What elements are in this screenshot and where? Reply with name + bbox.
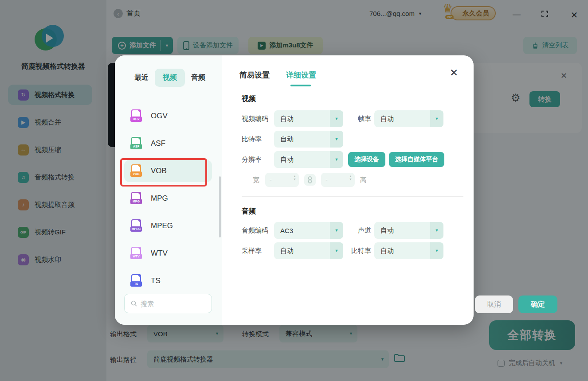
chevron-down-icon: ▼	[435, 249, 439, 253]
tab-simple-settings[interactable]: 简易设置	[239, 70, 270, 80]
format-item-ogv[interactable]: OGV OGV	[124, 105, 212, 127]
ogv-file-icon: OGV	[130, 109, 142, 123]
format-panel: 最近 视频 音频 OGV OGV ASF ASF VOB VOB MPG	[115, 55, 222, 325]
samplerate-label: 采样率	[242, 247, 262, 255]
framerate-dropdown[interactable]: 自动 ▼	[374, 110, 443, 127]
chevron-down-icon: ▼	[335, 137, 339, 141]
video-codec-dropdown[interactable]: 自动 ▼	[274, 110, 343, 127]
vob-file-icon: VOB	[130, 164, 142, 178]
cancel-button[interactable]: 取消	[475, 295, 513, 313]
format-list-scrollbar[interactable]	[219, 176, 221, 237]
audio-bitrate-dropdown[interactable]: 自动 ▼	[374, 242, 443, 259]
samplerate-value: 自动	[274, 247, 294, 255]
tab-recent[interactable]: 最近	[128, 69, 155, 87]
video-codec-value: 自动	[274, 115, 294, 123]
stepper-up-icon: ▲	[293, 175, 296, 178]
tab-detail-settings[interactable]: 详细设置	[286, 70, 316, 80]
stepper-down-icon: ▼	[293, 178, 296, 181]
video-codec-label: 视频编码	[242, 115, 268, 123]
video-bitrate-dropdown[interactable]: 自动 ▼	[274, 131, 343, 148]
channels-label: 声道	[358, 226, 371, 235]
settings-panel: 简易设置 详细设置 ✕ 视频 视频编码 自动 ▼ 帧率 自动 ▼ 比特率 自动 …	[222, 55, 474, 325]
resolution-label: 分辨率	[242, 156, 262, 164]
audio-codec-value: AC3	[274, 227, 293, 234]
audio-codec-label: 音频编码	[242, 226, 268, 235]
format-item-ts[interactable]: TS TS	[124, 270, 212, 292]
chevron-down-icon: ▼	[435, 228, 439, 233]
chevron-down-icon: ▼	[335, 249, 339, 253]
select-platform-button[interactable]: 选择自媒体平台	[389, 152, 444, 167]
format-settings-modal: 最近 视频 音频 OGV OGV ASF ASF VOB VOB MPG	[115, 55, 474, 325]
wtv-file-icon: WTV	[130, 247, 142, 260]
ok-button[interactable]: 确定	[518, 295, 557, 313]
link-dimensions-icon[interactable]	[304, 174, 316, 186]
search-input[interactable]	[141, 300, 203, 307]
width-input[interactable]: ▲▼	[265, 173, 299, 187]
app-window: 简鹿视频格式转换器 ↻ 视频格式转换 ▶ 视频合并 ⇔ 视频压缩 ♫ 音频格式转…	[0, 0, 588, 381]
mpeg-file-icon: MPEG	[130, 219, 142, 233]
chevron-down-icon: ▼	[335, 117, 339, 121]
height-input[interactable]: ▲▼	[321, 173, 355, 187]
chevron-down-icon: ▼	[335, 228, 339, 233]
format-list: OGV OGV ASF ASF VOB VOB MPG MPG MPEG M	[124, 105, 212, 297]
audio-bitrate-label: 比特率	[351, 247, 371, 255]
chevron-down-icon: ▼	[335, 157, 339, 162]
select-device-button[interactable]: 选择设备	[348, 152, 385, 167]
asf-file-icon: ASF	[130, 137, 142, 150]
tab-audio[interactable]: 音频	[185, 69, 212, 87]
format-item-mpg[interactable]: MPG MPG	[124, 187, 212, 210]
audio-section-title: 音频	[242, 207, 256, 216]
audio-codec-dropdown[interactable]: AC3 ▼	[274, 222, 343, 239]
tab-video[interactable]: 视频	[155, 69, 185, 87]
samplerate-dropdown[interactable]: 自动 ▼	[274, 242, 343, 259]
video-bitrate-value: 自动	[274, 135, 294, 144]
framerate-value: 自动	[374, 115, 394, 123]
format-item-asf[interactable]: ASF ASF	[124, 132, 212, 155]
video-section-title: 视频	[242, 94, 256, 104]
active-tab-underline	[290, 85, 311, 86]
framerate-label: 帧率	[358, 115, 371, 123]
search-icon	[131, 300, 137, 307]
audio-bitrate-value: 自动	[374, 247, 394, 255]
resolution-value: 自动	[274, 156, 294, 164]
mpg-file-icon: MPG	[130, 192, 142, 205]
channels-value: 自动	[374, 226, 394, 235]
section-divider	[242, 196, 463, 197]
height-label: 高	[360, 176, 367, 184]
resolution-dropdown[interactable]: 自动 ▼	[274, 151, 343, 168]
stepper-down-icon: ▼	[349, 178, 352, 181]
channels-dropdown[interactable]: 自动 ▼	[374, 222, 443, 239]
video-bitrate-label: 比特率	[242, 135, 262, 144]
format-search[interactable]	[124, 294, 212, 313]
format-item-vob[interactable]: VOB VOB	[124, 160, 212, 182]
stepper-up-icon: ▲	[349, 175, 352, 178]
format-item-wtv[interactable]: WTV WTV	[124, 242, 212, 264]
format-item-mpeg[interactable]: MPEG MPEG	[124, 215, 212, 237]
width-label: 宽	[253, 176, 259, 184]
chevron-down-icon: ▼	[435, 117, 439, 121]
ts-file-icon: TS	[130, 274, 142, 288]
modal-close-icon[interactable]: ✕	[450, 67, 458, 79]
